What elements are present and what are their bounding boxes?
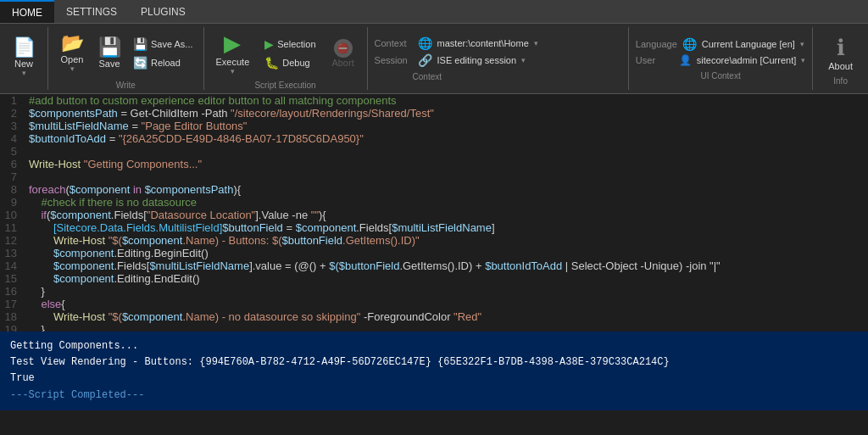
list-item: Test View Rendering - Buttons: {994E760A… [10,354,858,371]
line-content: $component.Editing.EndEdit() [25,272,868,285]
ribbon-group-context: Context 🌐 master:\content\Home ▾ Session… [368,27,629,90]
menu-bar: HOME SETTINGS PLUGINS [0,0,868,24]
line-number: 10 [0,209,25,221]
line-number: 14 [0,259,25,272]
line-content: [Sitecore.Data.Fields.MultilistField]$bu… [25,221,868,234]
new-button[interactable]: 📄 New ▾ [7,35,41,81]
reload-icon: 🔄 [133,56,147,70]
line-number: 17 [0,298,25,310]
line-content: $buttonIdToAdd = "{26A25CDD-E49D-4846-BA… [25,132,868,145]
line-content: Write-Host "$($component.Name) - no data… [25,310,868,323]
about-label: About [828,61,853,71]
line-number: 9 [0,196,25,209]
debug-button[interactable]: 🐛 Debug [261,54,319,71]
table-row: 16 } [0,285,868,298]
context-group-label: Context [375,72,621,81]
new-dropdown-arrow: ▾ [22,69,26,77]
abort-button[interactable]: ⛔ Abort [326,36,360,71]
line-content: Write-Host "Getting Components..." [25,158,868,170]
table-row: 19 } [0,323,868,332]
language-icon: 🌐 [682,37,697,51]
table-row: 5 [0,145,868,158]
line-content: $component.Editing.BeginEdit() [25,247,868,259]
output-panel: Getting Components...Test View Rendering… [0,332,868,410]
open-button[interactable]: 📂 Open ▾ [55,31,89,76]
list-item: Getting Components... [10,338,858,354]
save-icon: 💾 [98,38,121,57]
line-content: #add button to custom experience editor … [25,94,868,107]
save-label: Save [98,59,120,69]
session-value[interactable]: ISE editing session [437,55,517,65]
execute-button[interactable]: ▶ Execute ▾ [211,27,255,79]
globe-icon: 🌐 [418,36,432,50]
execute-dropdown-arrow: ▾ [231,67,235,75]
debug-icon: 🐛 [264,56,279,70]
language-value[interactable]: Current Language [en] [702,39,795,49]
ribbon-group-execute: ▶ Execute ▾ ▶ Selection 🐛 Debug ⛔ [204,27,368,90]
context-label: Context [375,38,413,48]
line-content: else{ [25,298,868,310]
table-row: 12 Write-Host "$($component.Name) - Butt… [0,234,868,247]
line-number: 7 [0,170,25,183]
ribbon-group-new: 📄 New ▾ [0,27,48,90]
menu-settings[interactable]: SETTINGS [54,0,129,23]
execute-label: Execute [216,57,250,67]
about-icon: ℹ [837,35,845,61]
table-row: 1#add button to custom experience editor… [0,94,868,107]
menu-plugins[interactable]: PLUGINS [129,0,198,23]
ui-context-label: UI Context [636,71,805,81]
reload-button[interactable]: 🔄 Reload [130,54,197,71]
new-icon: 📄 [13,38,36,57]
line-number: 5 [0,145,25,158]
line-content: Write-Host "$($component.Name) - Buttons… [25,234,868,247]
line-number: 11 [0,221,25,234]
reload-label: Reload [151,58,181,68]
line-number: 16 [0,285,25,298]
line-content: #check if there is no datasource [25,196,868,209]
context-value[interactable]: master:\content\Home [437,38,529,48]
list-item: True [10,371,858,387]
table-row: 2$componentsPath = Get-ChildItem -Path "… [0,107,868,120]
line-number: 8 [0,183,25,196]
table-row: 10 if($component.Fields["Datasource Loca… [0,209,868,221]
editor-area[interactable]: 1#add button to custom experience editor… [0,94,868,332]
line-number: 6 [0,158,25,170]
save-button[interactable]: 💾 Save [92,35,126,72]
about-button[interactable]: ℹ About [823,31,858,75]
session-icon: 🔗 [418,53,432,67]
user-dropdown-arrow: ▾ [801,56,805,64]
line-content: if($component.Fields["Datasource Locatio… [25,209,868,221]
session-row: Session 🔗 ISE editing session ▾ [375,53,621,67]
user-value[interactable]: sitecore\admin [Current] [697,55,796,65]
new-label: New [14,59,33,69]
ribbon: 📄 New ▾ 📂 Open ▾ 💾 Save [0,24,868,94]
saveas-button[interactable]: 💾 Save As... [130,36,197,53]
language-dropdown-arrow: ▾ [800,40,804,48]
selection-button[interactable]: ▶ Selection [261,36,319,53]
line-content [25,170,868,183]
table-row: 14 $component.Fields[$multiListFieldName… [0,259,868,272]
line-content: } [25,285,868,298]
table-row: 18 Write-Host "$($component.Name) - no d… [0,310,868,323]
saveas-icon: 💾 [133,37,147,51]
line-content [25,145,868,158]
app-window: HOME SETTINGS PLUGINS 📄 New ▾ 📂 Open ▾ [0,0,868,435]
open-icon: 📂 [61,34,84,53]
table-row: 8foreach($component in $componentsPath){ [0,183,868,196]
table-row: 11 [Sitecore.Data.Fields.MultilistField]… [0,221,868,234]
context-row: Context 🌐 master:\content\Home ▾ [375,36,621,50]
table-row: 9 #check if there is no datasource [0,196,868,209]
code-lines-container: 1#add button to custom experience editor… [0,94,868,332]
list-item: ---Script Completed--- [10,388,858,404]
code-editor[interactable]: 1#add button to custom experience editor… [0,94,868,332]
user-row: User 👤 sitecore\admin [Current] ▾ [636,54,805,66]
abort-label: Abort [331,58,353,68]
language-label: Language [636,39,677,49]
line-number: 19 [0,323,25,332]
table-row: 3$multiListFieldName = "Page Editor Butt… [0,120,868,132]
ribbon-group-file: 📂 Open ▾ 💾 Save 💾 Save As... 🔄 Reload [48,27,204,90]
menu-home[interactable]: HOME [0,0,54,23]
line-content: $componentsPath = Get-ChildItem -Path "/… [25,107,868,120]
language-row: Language 🌐 Current Language [en] ▾ [636,37,805,51]
open-dropdown-arrow: ▾ [70,64,75,73]
